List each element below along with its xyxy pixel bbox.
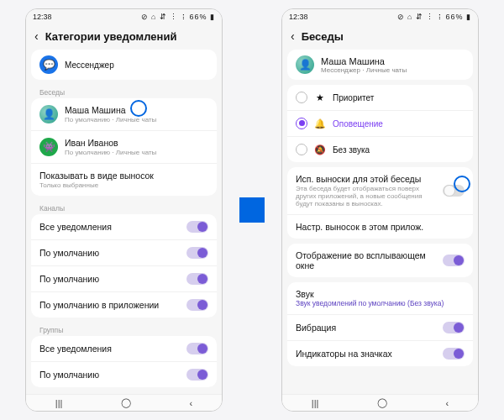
group-row[interactable]: По умолчанию [31,361,217,387]
android-navbar: ||| ◯ ‹ [26,394,222,411]
contact-name: Маша Машина [65,105,208,115]
back-icon[interactable]: ‹ [291,29,295,43]
status-icons: ⊘ ⌂ ⇵ ⋮ ⫶ 66% ▮ [397,13,471,21]
status-time: 12:38 [33,13,52,21]
row-title: Показывать в виде выносок [39,171,208,181]
bubble-settings-link[interactable]: Настр. выносок в этом прилож. [287,214,473,239]
header: ‹ Беседы [282,24,478,50]
mute-icon: 🔕 [314,144,326,155]
vibration-row[interactable]: Вибрация [287,314,473,340]
channel-row[interactable]: Все уведомления [31,214,217,239]
row-title: По умолчанию [39,274,180,284]
channel-row[interactable]: По умолчанию в приложении [31,291,217,318]
radio-icon[interactable] [296,92,307,103]
row-title: Вибрация [296,323,436,333]
phone-left: 12:38 ⊘ ⌂ ⇵ ⋮ ⫶ 66% ▮ ‹ Категории уведом… [25,8,223,412]
toggle-switch[interactable] [186,221,208,233]
back-nav-icon[interactable]: ‹ [446,398,449,408]
section-channels: Каналы [31,201,217,214]
status-bar: 12:38 ⊘ ⌂ ⇵ ⋮ ⫶ 66% ▮ [282,9,478,24]
page-title: Категории уведомлений [45,30,177,43]
option-label: Приоритет [333,93,374,102]
app-row[interactable]: 💬 Мессенджер [31,50,217,80]
conversation-row[interactable]: 👾 Иван Иванов По умолчанию · Личные чаты [31,130,217,163]
silent-option[interactable]: 🔕 Без звука [287,136,473,162]
page-title: Беседы [302,30,344,43]
avatar-icon: 👤 [296,55,314,74]
toggle-switch[interactable] [443,255,465,266]
group-row[interactable]: Все уведомления [31,336,217,361]
status-icons: ⊘ ⌂ ⇵ ⋮ ⫶ 66% ▮ [141,13,215,21]
section-groups: Группы [31,323,217,336]
recent-icon[interactable]: ||| [312,398,319,408]
priority-option[interactable]: ★ Приоритет [287,85,473,110]
row-title: Все уведомления [39,344,180,354]
toggle-switch[interactable] [443,322,465,333]
row-title: По умолчанию в приложении [39,300,180,310]
channel-row[interactable]: По умолчанию [31,265,217,291]
channel-row[interactable]: По умолчанию [31,239,217,265]
option-label: Оповещение [333,119,383,129]
row-title: Отображение во всплывающем окне [296,250,436,270]
bubble-mode-row[interactable]: Показывать в виде выносок Только выбранн… [31,163,217,196]
home-icon[interactable]: ◯ [377,397,387,408]
app-name: Мессенджер [65,60,114,70]
row-sub: Звук уведомлений по умолчанию (Без звука… [296,299,465,307]
home-icon[interactable]: ◯ [121,397,131,408]
conversation-row[interactable]: 👤 Маша Машина По умолчанию · Личные чаты [31,98,217,130]
contact-name: Маша Машина [321,56,407,66]
contact-name: Иван Иванов [65,138,208,148]
toggle-switch[interactable] [186,343,208,354]
alert-option[interactable]: 🔔 Оповещение [287,110,473,136]
option-label: Без звука [333,145,370,155]
star-icon: ★ [314,92,326,103]
back-icon[interactable]: ‹ [34,29,39,43]
toggle-switch[interactable] [186,247,208,259]
row-title: Исп. выноски для этой беседы [296,174,436,184]
row-title: По умолчанию [39,248,180,258]
android-navbar: ||| ◯ ‹ [282,394,478,411]
recent-icon[interactable]: ||| [55,398,63,408]
status-time: 12:38 [289,13,308,21]
row-sub: Только выбранные [39,181,208,189]
status-bar: 12:38 ⊘ ⌂ ⇵ ⋮ ⫶ 66% ▮ [26,9,222,24]
popup-row[interactable]: Отображение во всплывающем окне [287,244,473,277]
row-sub: Эта беседа будет отображаться поверх дру… [296,185,436,207]
radio-icon[interactable] [296,118,307,129]
bell-icon: 🔔 [314,118,326,129]
toggle-switch[interactable] [186,273,208,285]
row-title: Индикаторы на значках [296,349,436,359]
back-nav-icon[interactable]: ‹ [190,398,193,408]
toggle-switch[interactable] [443,348,465,360]
bubble-toggle-row[interactable]: Исп. выноски для этой беседы Эта беседа … [287,167,473,214]
messenger-icon: 💬 [39,55,58,74]
section-conversations: Беседы [31,85,217,98]
row-title: Настр. выносок в этом прилож. [296,222,465,232]
arrow-connector [239,197,265,223]
avatar-icon: 👾 [39,138,58,156]
contact-sub: Мессенджер · Личные чаты [321,66,407,74]
contact-header[interactable]: 👤 Маша Машина Мессенджер · Личные чаты [287,50,473,80]
sound-row[interactable]: Звук Звук уведомлений по умолчанию (Без … [287,282,473,314]
row-title: Звук [296,289,465,299]
contact-sub: По умолчанию · Личные чаты [65,116,208,123]
contact-sub: По умолчанию · Личные чаты [65,149,208,156]
toggle-switch[interactable] [186,299,208,311]
row-title: Все уведомления [39,222,180,232]
radio-icon[interactable] [296,144,307,155]
toggle-switch[interactable] [443,185,465,197]
badge-row[interactable]: Индикаторы на значках [287,340,473,366]
toggle-switch[interactable] [186,369,208,381]
avatar-icon: 👤 [39,105,58,123]
row-title: По умолчанию [39,370,180,380]
phone-right: 12:38 ⊘ ⌂ ⇵ ⋮ ⫶ 66% ▮ ‹ Беседы 👤 Маша Ма… [281,8,479,412]
header: ‹ Категории уведомлений [26,24,222,50]
